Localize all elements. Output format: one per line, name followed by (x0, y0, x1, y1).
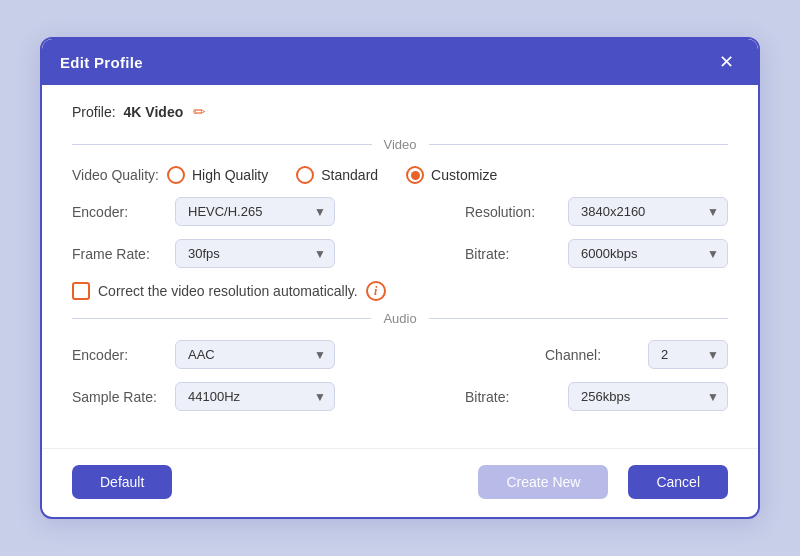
correct-resolution-label: Correct the video resolution automatical… (98, 283, 358, 299)
channel-col: Channel: 2 1 6 ▼ (400, 340, 728, 369)
video-bitrate-col: Bitrate: 6000kbps 8000kbps 4000kbps 2000… (400, 239, 728, 268)
encoder-select[interactable]: HEVC/H.265 H.264 VP9 AV1 (175, 197, 335, 226)
video-quality-row: Video Quality: High Quality Standard Cus… (72, 166, 728, 184)
channel-select-wrap: 2 1 6 ▼ (648, 340, 728, 369)
sample-rate-select-wrap: 44100Hz 48000Hz 22050Hz ▼ (175, 382, 335, 411)
audio-encoder-select-wrap: AAC MP3 AC3 ▼ (175, 340, 335, 369)
correct-resolution-row: Correct the video resolution automatical… (72, 281, 728, 301)
audio-encoder-col: Encoder: AAC MP3 AC3 ▼ (72, 340, 400, 369)
resolution-select[interactable]: 3840x2160 1920x1080 1280x720 640x480 (568, 197, 728, 226)
profile-label: Profile: (72, 104, 116, 120)
resolution-col: Resolution: 3840x2160 1920x1080 1280x720… (400, 197, 728, 226)
audio-divider-line-right (429, 318, 728, 319)
framerate-label: Frame Rate: (72, 246, 167, 262)
dialog-body: Profile: 4K Video ✏ Video Video Quality:… (42, 85, 758, 444)
audio-encoder-label: Encoder: (72, 347, 167, 363)
sample-rate-col: Sample Rate: 44100Hz 48000Hz 22050Hz ▼ (72, 382, 400, 411)
dialog-footer: Default Create New Cancel (42, 448, 758, 517)
encoder-label: Encoder: (72, 204, 167, 220)
audio-encoder-select[interactable]: AAC MP3 AC3 (175, 340, 335, 369)
video-quality-radio-group: High Quality Standard Customize (167, 166, 728, 184)
encoder-col: Encoder: HEVC/H.265 H.264 VP9 AV1 ▼ (72, 197, 400, 226)
audio-bitrate-label: Bitrate: (465, 389, 560, 405)
create-new-button[interactable]: Create New (478, 465, 608, 499)
encoder-resolution-row: Encoder: HEVC/H.265 H.264 VP9 AV1 ▼ Reso… (72, 197, 728, 226)
edit-profile-dialog: Edit Profile ✕ Profile: 4K Video ✏ Video… (40, 37, 760, 519)
divider-line-left (72, 144, 372, 145)
resolution-select-wrap: 3840x2160 1920x1080 1280x720 640x480 ▼ (568, 197, 728, 226)
audio-bitrate-col: Bitrate: 256kbps 128kbps 192kbps 320kbps… (400, 382, 728, 411)
video-quality-label: Video Quality: (72, 167, 167, 183)
dialog-title: Edit Profile (60, 54, 143, 71)
radio-high-quality[interactable]: High Quality (167, 166, 268, 184)
sample-rate-select[interactable]: 44100Hz 48000Hz 22050Hz (175, 382, 335, 411)
audio-section-title: Audio (371, 311, 428, 326)
radio-label-high-quality: High Quality (192, 167, 268, 183)
profile-value: 4K Video (124, 104, 184, 120)
radio-circle-high-quality (167, 166, 185, 184)
audio-encoder-channel-row: Encoder: AAC MP3 AC3 ▼ Channel: 2 1 (72, 340, 728, 369)
framerate-select[interactable]: 30fps 60fps 24fps 25fps (175, 239, 335, 268)
samplerate-audiobitrate-row: Sample Rate: 44100Hz 48000Hz 22050Hz ▼ B… (72, 382, 728, 411)
info-icon[interactable]: i (366, 281, 386, 301)
edit-profile-icon[interactable]: ✏ (193, 103, 206, 121)
radio-standard[interactable]: Standard (296, 166, 378, 184)
video-bitrate-select[interactable]: 6000kbps 8000kbps 4000kbps 2000kbps (568, 239, 728, 268)
framerate-col: Frame Rate: 30fps 60fps 24fps 25fps ▼ (72, 239, 400, 268)
video-bitrate-label: Bitrate: (465, 246, 560, 262)
encoder-select-wrap: HEVC/H.265 H.264 VP9 AV1 ▼ (175, 197, 335, 226)
radio-circle-customize (406, 166, 424, 184)
profile-row: Profile: 4K Video ✏ (72, 103, 728, 121)
video-section-divider: Video (72, 137, 728, 152)
framerate-select-wrap: 30fps 60fps 24fps 25fps ▼ (175, 239, 335, 268)
title-bar: Edit Profile ✕ (42, 39, 758, 85)
framerate-bitrate-row: Frame Rate: 30fps 60fps 24fps 25fps ▼ Bi… (72, 239, 728, 268)
default-button[interactable]: Default (72, 465, 172, 499)
radio-label-standard: Standard (321, 167, 378, 183)
resolution-label: Resolution: (465, 204, 560, 220)
close-button[interactable]: ✕ (713, 51, 740, 73)
video-bitrate-select-wrap: 6000kbps 8000kbps 4000kbps 2000kbps ▼ (568, 239, 728, 268)
footer-right-buttons: Create New Cancel (478, 465, 728, 499)
radio-label-customize: Customize (431, 167, 497, 183)
divider-line-right (429, 144, 729, 145)
cancel-button[interactable]: Cancel (628, 465, 728, 499)
channel-label: Channel: (545, 347, 640, 363)
radio-customize[interactable]: Customize (406, 166, 497, 184)
audio-section-divider: Audio (72, 311, 728, 326)
sample-rate-label: Sample Rate: (72, 389, 167, 405)
audio-bitrate-select-wrap: 256kbps 128kbps 192kbps 320kbps ▼ (568, 382, 728, 411)
audio-divider-line-left (72, 318, 371, 319)
radio-circle-standard (296, 166, 314, 184)
video-section-title: Video (372, 137, 429, 152)
correct-resolution-checkbox[interactable] (72, 282, 90, 300)
channel-select[interactable]: 2 1 6 (648, 340, 728, 369)
audio-bitrate-select[interactable]: 256kbps 128kbps 192kbps 320kbps (568, 382, 728, 411)
